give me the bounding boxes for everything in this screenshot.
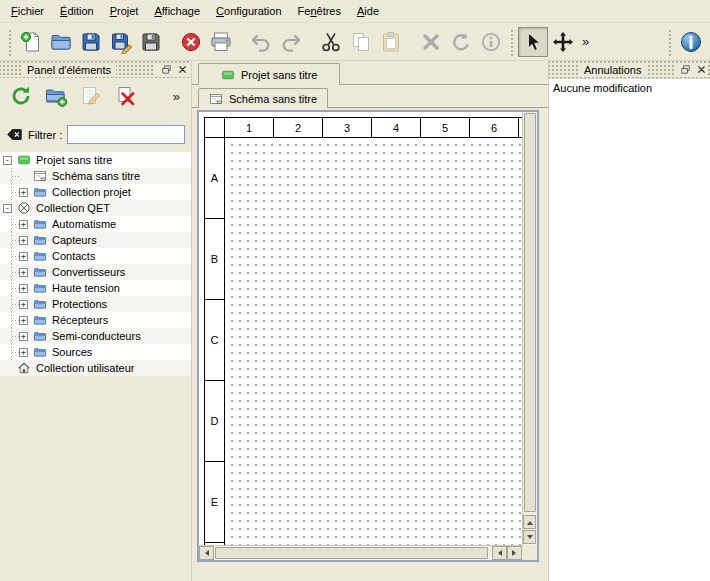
delete-button[interactable] <box>416 27 446 57</box>
tree-item-automatisme[interactable]: +Automatisme <box>0 216 191 232</box>
tree-item-collection-projet[interactable]: +Collection projet <box>0 184 191 200</box>
expand-icon[interactable]: + <box>19 348 28 357</box>
tree-item-label: Collection projet <box>52 186 131 198</box>
scroll-down-button[interactable] <box>523 530 536 544</box>
tree-item-contacts[interactable]: +Contacts <box>0 248 191 264</box>
tree-item-sources[interactable]: +Sources <box>0 344 191 360</box>
move-tool-button[interactable] <box>548 27 578 57</box>
print-button[interactable] <box>206 27 236 57</box>
tree-item-projet-sans-titre[interactable]: -Projet sans titre <box>0 152 191 168</box>
tree-item-collection-utilisateur[interactable]: Collection utilisateur <box>0 360 191 376</box>
toolbar-handle[interactable] <box>509 28 515 56</box>
about-icon <box>679 30 703 54</box>
scroll-up-button[interactable] <box>523 515 536 529</box>
horizontal-scroll-thumb[interactable] <box>215 547 488 559</box>
menu-fenetres[interactable]: Fenêtres <box>290 2 349 20</box>
menu-configuration[interactable]: Configuration <box>208 2 289 20</box>
filter-label: Filtrer : <box>28 129 62 141</box>
element-info-button[interactable] <box>476 27 506 57</box>
tree-item-collection-qet[interactable]: -Collection QET <box>0 200 191 216</box>
panel-empty-area <box>0 376 191 581</box>
tree-item-protections[interactable]: +Protections <box>0 296 191 312</box>
menu-edition[interactable]: Édition <box>52 2 102 20</box>
save-all-button[interactable] <box>136 27 166 57</box>
folder-icon <box>33 297 47 311</box>
toolbar-handle[interactable] <box>7 28 13 56</box>
open-project-button[interactable] <box>46 27 76 57</box>
save-button[interactable] <box>76 27 106 57</box>
toolbar-handle[interactable] <box>667 28 673 56</box>
menu-affichage[interactable]: Affichage <box>146 2 208 20</box>
collapse-icon[interactable]: - <box>3 204 12 213</box>
close-dock-button[interactable] <box>175 63 189 76</box>
about-button[interactable] <box>676 27 706 57</box>
undo-list[interactable]: Aucune modification <box>549 78 710 581</box>
expand-icon[interactable]: + <box>19 268 28 277</box>
tree-item-label: Récepteurs <box>52 314 108 326</box>
tree-item-haute-tension[interactable]: +Haute tension <box>0 280 191 296</box>
save-as-button[interactable] <box>106 27 136 57</box>
filter-input[interactable] <box>67 125 185 144</box>
redo-button[interactable] <box>276 27 306 57</box>
copy-icon <box>349 30 373 54</box>
menu-aide[interactable]: Aide <box>349 2 387 20</box>
scroll-left-button-2[interactable] <box>492 546 507 560</box>
undo-panel-titlebar[interactable]: Annulations <box>549 61 710 78</box>
expand-icon[interactable]: + <box>19 300 28 309</box>
new-project-button[interactable] <box>16 27 46 57</box>
menu-projet[interactable]: Projet <box>102 2 147 20</box>
scroll-left-button[interactable] <box>199 546 214 560</box>
vertical-scroll-thumb[interactable] <box>524 113 536 512</box>
panel-overflow-button[interactable]: » <box>169 89 184 104</box>
expand-icon[interactable]: + <box>19 188 28 197</box>
expand-icon[interactable]: + <box>19 252 28 261</box>
tab-schema-sans-titre[interactable]: Schéma sans titre <box>198 88 328 108</box>
tree-item-label: Automatisme <box>52 218 116 230</box>
expand-icon[interactable]: + <box>19 236 28 245</box>
tree-item-capteurs[interactable]: +Capteurs <box>0 232 191 248</box>
tree-item-label: Schéma sans titre <box>52 170 140 182</box>
tree-item-label: Contacts <box>52 250 95 262</box>
tree-item-semi-conducteurs[interactable]: +Semi-conducteurs <box>0 328 191 344</box>
tree-item-label: Projet sans titre <box>36 154 112 166</box>
horizontal-scrollbar[interactable] <box>199 545 522 560</box>
ruler-row-D: D <box>205 381 224 462</box>
close-file-button[interactable] <box>176 27 206 57</box>
diagram-scene[interactable]: 123456 ABCDE <box>199 112 522 545</box>
expand-icon[interactable]: + <box>19 220 28 229</box>
tree-item-convertisseurs[interactable]: +Convertisseurs <box>0 264 191 280</box>
expand-icon[interactable]: + <box>19 332 28 341</box>
folder-icon <box>33 345 47 359</box>
move-icon <box>551 30 575 54</box>
paste-button[interactable] <box>376 27 406 57</box>
menu-fichier[interactable]: Fichier <box>3 2 52 20</box>
diagram-canvas[interactable] <box>225 138 522 545</box>
float-dock-button[interactable] <box>159 63 173 76</box>
tree-item-label: Convertisseurs <box>52 266 125 278</box>
reload-collections-button[interactable] <box>7 82 35 110</box>
tree-item-recepteurs[interactable]: +Récepteurs <box>0 312 191 328</box>
cut-button[interactable] <box>316 27 346 57</box>
collapse-icon[interactable]: - <box>3 156 12 165</box>
folder-icon <box>33 233 47 247</box>
scrollbar-corner <box>522 545 537 560</box>
expand-icon[interactable]: + <box>19 316 28 325</box>
delete-element-button[interactable] <box>112 82 140 110</box>
diagram-tab-label: Schéma sans titre <box>229 93 317 105</box>
expand-icon[interactable]: + <box>19 284 28 293</box>
rotate-button[interactable] <box>446 27 476 57</box>
new-element-button[interactable] <box>42 82 70 110</box>
close-dock-button[interactable] <box>694 63 708 76</box>
edit-element-button[interactable] <box>77 82 105 110</box>
diagram-sheet: 123456 ABCDE <box>204 117 522 545</box>
undo-button[interactable] <box>246 27 276 57</box>
float-dock-button[interactable] <box>678 63 692 76</box>
scroll-right-button[interactable] <box>507 546 522 560</box>
vertical-scrollbar[interactable] <box>522 112 537 545</box>
tab-projet-sans-titre[interactable]: Projet sans titre <box>198 63 340 85</box>
copy-button[interactable] <box>346 27 376 57</box>
elements-panel-titlebar[interactable]: Panel d'éléments <box>0 61 191 78</box>
tree-item-schema-sans-titre[interactable]: Schéma sans titre <box>0 168 191 184</box>
select-tool-button[interactable] <box>518 27 548 57</box>
toolbar-overflow-button[interactable]: » <box>578 34 593 49</box>
